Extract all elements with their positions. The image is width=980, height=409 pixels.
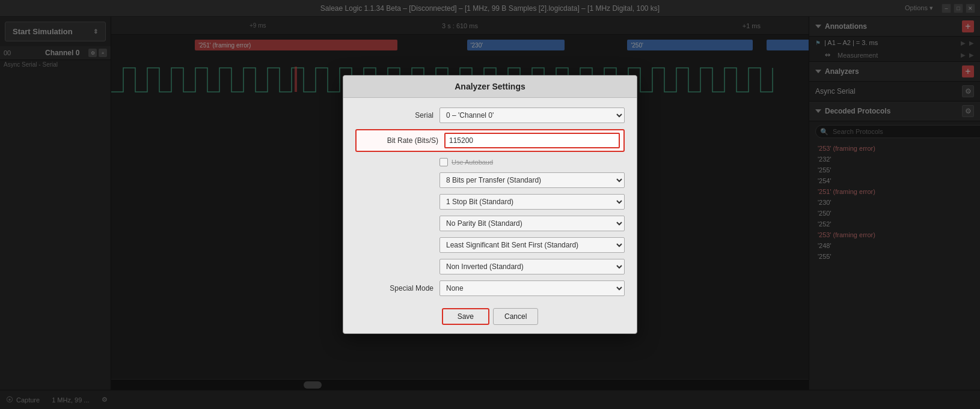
autobaud-row: Use Autobaud bbox=[439, 158, 625, 166]
serial-select[interactable]: 0 – 'Channel 0' bbox=[439, 108, 625, 123]
special-mode-select[interactable]: None bbox=[439, 280, 625, 296]
bits-per-transfer-row: 8 Bits per Transfer (Standard) bbox=[355, 172, 625, 188]
inversion-select[interactable]: Non Inverted (Standard) bbox=[439, 259, 625, 274]
inversion-row: Non Inverted (Standard) bbox=[355, 259, 625, 274]
stop-bits-select[interactable]: 1 Stop Bit (Standard) bbox=[439, 194, 625, 210]
autobaud-label: Use Autobaud bbox=[452, 159, 493, 166]
bit-order-row: Least Significant Bit Sent First (Standa… bbox=[355, 237, 625, 253]
bit-order-select[interactable]: Least Significant Bit Sent First (Standa… bbox=[439, 237, 625, 253]
autobaud-checkbox[interactable] bbox=[439, 158, 448, 166]
cancel-button[interactable]: Cancel bbox=[493, 308, 538, 325]
bits-per-transfer-select[interactable]: 8 Bits per Transfer (Standard) bbox=[439, 172, 625, 188]
inversion-input-wrap: Non Inverted (Standard) bbox=[439, 259, 625, 274]
stop-bits-input-wrap: 1 Stop Bit (Standard) bbox=[439, 194, 625, 210]
bit-rate-label: Bit Rate (Bits/S) bbox=[360, 136, 438, 145]
dialog-footer: Save Cancel bbox=[343, 303, 637, 333]
dialog-overlay: Analyzer Settings Serial 0 – 'Channel 0'… bbox=[0, 0, 980, 409]
stop-bits-row: 1 Stop Bit (Standard) bbox=[355, 194, 625, 210]
bit-order-input-wrap: Least Significant Bit Sent First (Standa… bbox=[439, 237, 625, 253]
dialog-body: Serial 0 – 'Channel 0' Bit Rate (Bits/S)… bbox=[343, 98, 637, 303]
serial-input-wrap: 0 – 'Channel 0' bbox=[439, 108, 625, 123]
special-mode-row: Special Mode None bbox=[355, 280, 625, 296]
special-mode-input-wrap: None bbox=[439, 280, 625, 296]
parity-select[interactable]: No Parity Bit (Standard) bbox=[439, 216, 625, 231]
parity-input-wrap: No Parity Bit (Standard) bbox=[439, 216, 625, 231]
analyzer-dialog: Analyzer Settings Serial 0 – 'Channel 0'… bbox=[343, 75, 637, 334]
special-mode-label: Special Mode bbox=[355, 284, 433, 292]
parity-row: No Parity Bit (Standard) bbox=[355, 216, 625, 231]
dialog-title: Analyzer Settings bbox=[343, 76, 637, 98]
save-button[interactable]: Save bbox=[442, 308, 489, 325]
bits-input-wrap: 8 Bits per Transfer (Standard) bbox=[439, 172, 625, 188]
bit-rate-row: Bit Rate (Bits/S) bbox=[355, 129, 625, 152]
serial-row: Serial 0 – 'Channel 0' bbox=[355, 108, 625, 123]
bit-rate-input-wrap bbox=[444, 133, 620, 148]
bit-rate-input[interactable] bbox=[444, 133, 620, 148]
serial-label: Serial bbox=[355, 111, 433, 120]
